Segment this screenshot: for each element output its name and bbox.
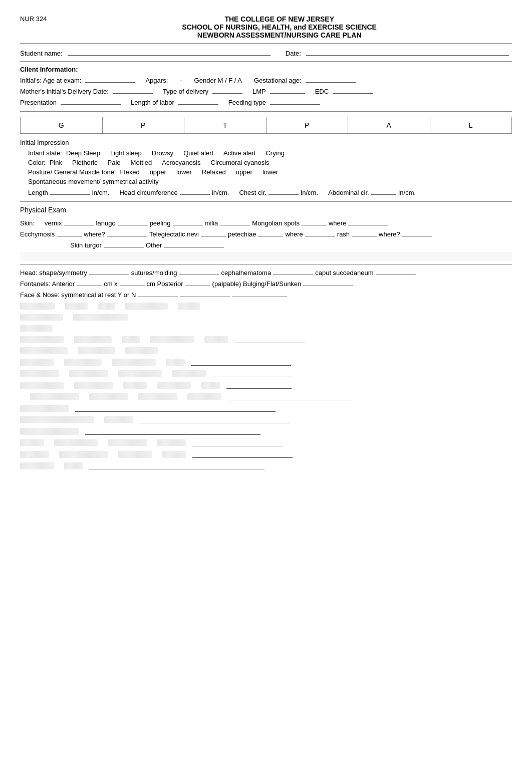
measurements-row: Length in/cm. Head circumference in/cm. …	[28, 187, 512, 196]
sutures-label: sutures/molding	[131, 269, 177, 277]
physical-exam-title: Physical Exam	[20, 206, 512, 214]
other-field[interactable]	[164, 240, 224, 247]
student-row: Student name: Date:	[20, 48, 512, 57]
abdominal-label: Abdominal cir.	[328, 189, 369, 196]
face-nose-row: Face & Nose: symmetrical at rest Y or N	[20, 290, 512, 299]
rash-where-field[interactable]	[402, 229, 432, 236]
student-name-field[interactable]	[68, 48, 271, 56]
rash-label: rash	[337, 230, 350, 238]
length-labor-label: Length of labor	[131, 99, 174, 106]
mothers-field[interactable]	[113, 86, 153, 94]
petechiae-where-field[interactable]	[305, 229, 335, 236]
ecchymosis-where-label: where?	[84, 230, 105, 238]
presentation-label: Presentation	[20, 99, 57, 106]
initial-impression-title: Initial Impression	[20, 139, 512, 146]
fontanels-anterior-field[interactable]	[77, 279, 102, 286]
petechiae-label: petechiae	[228, 230, 256, 238]
caput-field[interactable]	[376, 268, 416, 275]
date-field[interactable]	[306, 48, 509, 56]
title-line3: NEWBORN ASSESSMENT/NURSING CARE PLAN	[47, 31, 512, 39]
ecchymosis-where-field[interactable]	[107, 229, 147, 236]
other-label: Other	[146, 241, 162, 249]
presentation-field[interactable]	[61, 97, 121, 105]
head-shape-field[interactable]	[89, 268, 129, 275]
where-field[interactable]	[348, 218, 388, 225]
petechiae-where-label: where	[285, 230, 303, 238]
head-circ-field[interactable]	[180, 187, 210, 195]
state-quiet-alert: Quiet alert	[183, 149, 213, 157]
cephalhematoma-label: cephalhematoma	[221, 269, 271, 277]
abdominal-field[interactable]	[371, 187, 396, 195]
face-nose-field[interactable]	[138, 290, 178, 297]
state-drowsy: Drowsy	[152, 149, 173, 157]
skin-row1: Skin: vernix lanugo peeling milia Mongol…	[20, 218, 512, 227]
petechiae-field[interactable]	[258, 229, 283, 236]
chest-cir-field[interactable]	[269, 187, 299, 195]
infant-state-label: Infant state:	[28, 149, 62, 157]
type-delivery-field[interactable]	[212, 86, 242, 94]
lanugo-field[interactable]	[118, 218, 148, 225]
cephalhematoma-field[interactable]	[273, 268, 313, 275]
color-plethoric: Plethoric	[72, 159, 98, 166]
peeling-field[interactable]	[173, 218, 203, 225]
feeding-field[interactable]	[270, 97, 320, 105]
color-pale: Pale	[108, 159, 121, 166]
ecchymosis-field[interactable]	[57, 229, 82, 236]
initials-field[interactable]	[85, 75, 135, 83]
head-circ-label: Head circumference	[119, 189, 177, 196]
posture-lower2: lower	[262, 168, 278, 176]
length-labor-field[interactable]	[178, 97, 218, 105]
cm-x-field[interactable]	[120, 279, 145, 286]
telegiectatic-label: Telegiectatic nevi	[149, 230, 199, 238]
caput-label: caput succedaneum	[315, 269, 373, 277]
initials-label: Initial's: Age at exam:	[20, 77, 81, 84]
edc-field[interactable]	[333, 86, 373, 94]
length-field[interactable]	[50, 187, 90, 195]
chest-cir-label: Chest cir.	[239, 189, 266, 196]
p2-cell: P	[267, 117, 349, 133]
abdominal-unit: In/cm.	[398, 189, 416, 196]
fontanels-row: Fontanels: Anterior cm x cm Posterior (p…	[20, 279, 512, 288]
gestational-label: Gestational age:	[254, 77, 302, 84]
face-nose-field3[interactable]	[232, 290, 287, 297]
mongolian-label: Mongolian spots	[252, 219, 300, 227]
cm-posterior-field[interactable]	[185, 279, 210, 286]
client-info-title: Client Information:	[20, 66, 512, 73]
student-name-label: Student name:	[20, 50, 63, 57]
cm-x-label: cm x	[104, 280, 117, 288]
skin-turgor-field[interactable]	[104, 240, 144, 247]
lmp-field[interactable]	[270, 86, 305, 94]
head-row: Head: shape/symmetry sutures/molding cep…	[20, 268, 512, 277]
mongolian-field[interactable]	[302, 218, 327, 225]
blurred-row-8	[20, 381, 512, 391]
page-header: NUR 324 THE COLLEGE OF NEW JERSEY SCHOOL…	[20, 15, 512, 39]
blurred-section	[20, 303, 512, 471]
head-label: Head: shape/symmetry	[20, 269, 87, 277]
state-deep-sleep: Deep Sleep	[66, 149, 100, 157]
a-cell: A	[348, 117, 430, 133]
color-circumoral: Circumoral cyanosis	[211, 159, 270, 166]
ecchymosis-label: Ecchymosis	[20, 230, 55, 238]
fontanels-label: Fontanels: Anterior	[20, 280, 75, 288]
gestational-field[interactable]	[306, 75, 356, 83]
lmp-label: LMP	[252, 88, 266, 95]
blurred-row-4	[20, 336, 512, 345]
rash-field[interactable]	[352, 229, 377, 236]
color-pink: Pink	[50, 159, 62, 166]
vernix-field[interactable]	[64, 218, 94, 225]
blurred-row-2	[20, 314, 512, 323]
milia-label: milia	[205, 219, 218, 227]
vernix-label: vernix	[45, 219, 62, 227]
blurred-row-11	[20, 416, 512, 425]
title-line2: SCHOOL OF NURSING, HEALTH, and EXERCISE …	[47, 23, 512, 31]
skin-turgor-label: Skin turgor	[70, 241, 102, 249]
milia-field[interactable]	[220, 218, 250, 225]
where-label: where	[329, 219, 346, 227]
face-nose-field2[interactable]	[180, 290, 230, 297]
telegiectatic-field[interactable]	[201, 229, 226, 236]
palpable-field[interactable]	[303, 279, 353, 286]
sutures-field[interactable]	[179, 268, 219, 275]
state-light-sleep: Light sleep	[110, 149, 142, 157]
skin-row2: Ecchymosis where? Telegiectatic nevi pet…	[20, 229, 512, 238]
p-cell: P	[103, 117, 185, 133]
